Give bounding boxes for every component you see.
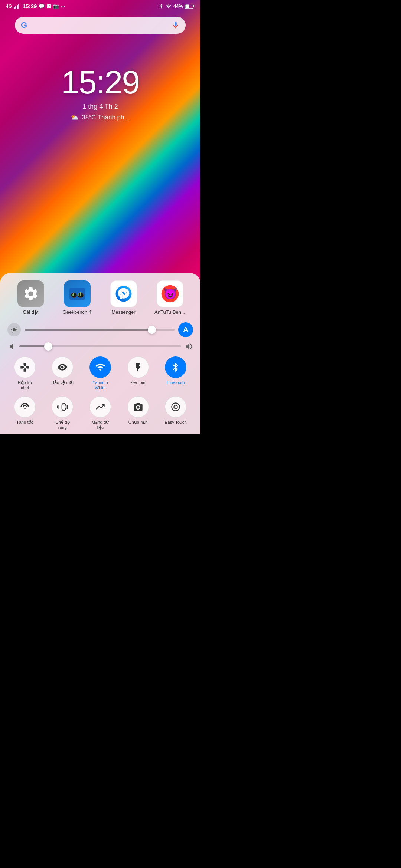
messenger-label: Messenger <box>111 309 135 315</box>
app-item-antutu[interactable]: 😈 AnTuTu Ben... <box>151 280 189 315</box>
google-logo: G <box>21 20 27 30</box>
antutu-label: AnTuTu Ben... <box>154 309 185 315</box>
wifi-circle <box>89 356 111 378</box>
toggle-game-center[interactable]: Hộp tròchơi <box>7 356 42 391</box>
game-center-circle <box>14 356 36 378</box>
status-left: 4G 15:29 💬 🖼 📷 ··· <box>6 3 65 9</box>
data-label: Mạng dữliệu <box>92 420 109 430</box>
svg-rect-10 <box>73 293 74 296</box>
bluetooth-status-icon <box>159 4 164 9</box>
svg-point-18 <box>175 407 176 407</box>
volume-row <box>7 342 193 351</box>
camera-icon: 📷 <box>53 3 59 9</box>
game-center-label: Hộp tròchơi <box>18 380 32 391</box>
battery-icon <box>185 4 195 9</box>
boost-circle <box>14 396 36 418</box>
clock-date: 1 thg 4 Th 2 <box>0 103 200 111</box>
signal-bars <box>14 4 19 9</box>
mic-button[interactable] <box>172 21 180 29</box>
volume-low-icon <box>7 342 16 351</box>
toggle-flashlight[interactable]: Đèn pin <box>121 356 156 391</box>
toggle-boost[interactable]: Tăng tốc <box>7 396 42 430</box>
vibration-label: Chế độrung <box>55 420 69 430</box>
settings-icon-wrap <box>17 280 44 307</box>
bluetooth-label: Bluetooth <box>167 380 185 385</box>
toggle-wifi[interactable]: Yama inWhite <box>83 356 118 391</box>
gallery-icon: 🖼 <box>46 3 51 9</box>
app-item-geekbench[interactable]: Geekbench 4 <box>59 280 96 315</box>
easy-touch-label: Easy Touch <box>165 420 187 425</box>
weather-info: ⛅ 35°C Thành ph... <box>0 114 200 121</box>
screenshot-circle <box>127 396 149 418</box>
search-bar[interactable]: G <box>15 17 186 34</box>
toggle-screenshot[interactable]: Chụp m.h <box>121 396 156 430</box>
app-item-messenger[interactable]: Messenger <box>105 280 142 315</box>
svg-rect-1 <box>193 5 195 7</box>
brightness-icon <box>7 323 21 336</box>
vibration-circle <box>52 396 73 418</box>
screenshot-label: Chụp m.h <box>128 420 147 425</box>
data-circle <box>89 396 111 418</box>
wifi-status-icon <box>166 4 172 9</box>
brightness-track[interactable] <box>25 329 175 331</box>
bluetooth-circle <box>165 356 186 378</box>
svg-text:😈: 😈 <box>163 287 177 300</box>
volume-high-icon <box>185 342 193 351</box>
auto-brightness-button[interactable]: A <box>178 322 193 337</box>
weather-icon: ⛅ <box>71 114 79 121</box>
toggle-vibration[interactable]: Chế độrung <box>45 396 80 430</box>
flashlight-circle <box>127 356 149 378</box>
wifi-label: Yama inWhite <box>92 380 108 391</box>
clock-area: 15:29 1 thg 4 Th 2 ⛅ 35°C Thành ph... <box>0 63 200 121</box>
toggle-bluetooth[interactable]: Bluetooth <box>158 356 193 391</box>
brightness-row: A <box>7 322 193 337</box>
clock-time: 15:29 <box>0 63 200 101</box>
eye-protection-circle <box>52 356 73 378</box>
battery-percent: 44% <box>173 3 183 9</box>
messenger-icon-wrap <box>110 280 137 307</box>
boost-label: Tăng tốc <box>16 420 33 425</box>
more-icon: ··· <box>61 3 65 9</box>
geekbench-icon-wrap <box>64 280 91 307</box>
app-row: Cài đặt Geekbench 4 <box>7 280 193 315</box>
antutu-icon-wrap: 😈 <box>157 280 183 307</box>
status-bar: 4G 15:29 💬 🖼 📷 ··· 44% <box>0 0 200 11</box>
toggle-eye-protection[interactable]: Bảo vệ mắt <box>45 356 80 391</box>
status-right: 44% <box>159 3 195 9</box>
eye-protection-label: Bảo vệ mắt <box>51 380 74 385</box>
svg-rect-11 <box>78 293 79 296</box>
weather-text: 35°C Thành ph... <box>82 114 129 121</box>
geekbench-label: Geekbench 4 <box>63 309 91 315</box>
message-icon: 💬 <box>39 3 45 9</box>
toggles-grid: Hộp tròchơi Bảo vệ mắt Yama inWhite <box>7 356 193 430</box>
toggle-data[interactable]: Mạng dữliệu <box>83 396 118 430</box>
status-time: 15:29 <box>23 3 37 9</box>
signal-type: 4G <box>6 4 12 9</box>
app-item-settings[interactable]: Cài đặt <box>12 280 49 315</box>
sliders-area: A <box>7 322 193 351</box>
svg-rect-9 <box>72 294 73 296</box>
settings-label: Cài đặt <box>23 309 39 315</box>
bottom-panel: Cài đặt Geekbench 4 <box>0 273 200 434</box>
easy-touch-circle <box>165 396 186 418</box>
toggle-easy-touch[interactable]: Easy Touch <box>158 396 193 430</box>
volume-track[interactable] <box>19 345 181 347</box>
svg-rect-12 <box>80 292 81 296</box>
flashlight-label: Đèn pin <box>131 380 146 385</box>
svg-rect-2 <box>186 4 189 8</box>
